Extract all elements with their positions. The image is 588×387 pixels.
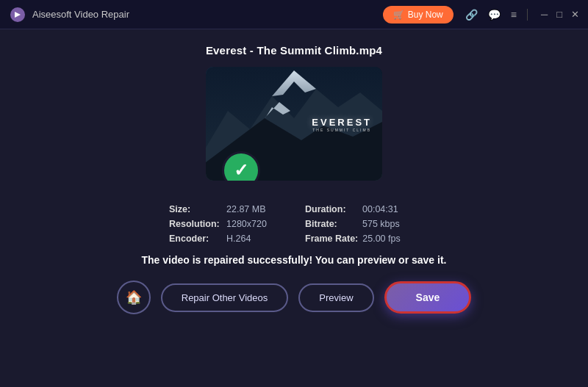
titlebar-divider	[527, 9, 528, 21]
maximize-button[interactable]: □	[556, 9, 562, 20]
everest-sub-text: THE SUMMIT CLIMB	[312, 127, 372, 131]
size-row: Size: 22.87 MB	[169, 204, 283, 214]
resolution-row: Resolution: 1280x720	[169, 219, 283, 229]
menu-icon[interactable]: ≡	[511, 9, 517, 21]
titlebar-right: 🛒 Buy Now 🔗 💬 ≡ ─ □ ✕	[383, 6, 579, 23]
main-content: Everest - The Summit Climb.mp4	[0, 29, 588, 387]
titlebar: Aiseesoft Video Repair 🛒 Buy Now 🔗 💬 ≡ ─…	[0, 0, 588, 29]
video-thumbnail: EVEREST THE SUMMIT CLIMB ✓	[206, 67, 382, 181]
save-button[interactable]: Save	[384, 281, 472, 314]
everest-overlay: EVEREST THE SUMMIT CLIMB	[312, 116, 372, 131]
framerate-label: Frame Rate:	[305, 234, 358, 244]
titlebar-icons: 🔗 💬 ≡	[465, 9, 517, 21]
duration-row: Duration: 00:04:31	[305, 204, 419, 214]
duration-value: 00:04:31	[362, 204, 398, 214]
size-value: 22.87 MB	[226, 204, 266, 214]
window-controls: ─ □ ✕	[541, 9, 579, 20]
encoder-value: H.264	[226, 234, 251, 244]
link-icon[interactable]: 🔗	[465, 9, 478, 21]
bitrate-value: 575 kbps	[362, 219, 400, 229]
app-logo	[9, 6, 26, 23]
titlebar-left: Aiseesoft Video Repair	[9, 6, 129, 23]
framerate-value: 25.00 fps	[362, 234, 400, 244]
resolution-value: 1280x720	[226, 219, 267, 229]
buy-now-button[interactable]: 🛒 Buy Now	[383, 6, 453, 23]
resolution-label: Resolution:	[169, 219, 222, 229]
preview-button[interactable]: Preview	[298, 283, 373, 312]
buy-now-label: Buy Now	[408, 10, 443, 20]
framerate-row: Frame Rate: 25.00 fps	[305, 234, 419, 244]
success-message: The video is repaired successfully! You …	[142, 254, 447, 266]
minimize-button[interactable]: ─	[541, 9, 548, 20]
bitrate-row: Bitrate: 575 kbps	[305, 219, 419, 229]
file-info-grid: Size: 22.87 MB Duration: 00:04:31 Resolu…	[169, 204, 419, 244]
home-button[interactable]: 🏠	[117, 281, 151, 314]
repair-others-button[interactable]: Repair Other Videos	[161, 283, 289, 312]
close-button[interactable]: ✕	[571, 9, 579, 20]
cart-icon: 🛒	[393, 10, 404, 20]
encoder-label: Encoder:	[169, 234, 222, 244]
everest-main-text: EVEREST	[312, 116, 372, 127]
encoder-row: Encoder: H.264	[169, 234, 283, 244]
video-filename: Everest - The Summit Climb.mp4	[206, 44, 382, 57]
size-label: Size:	[169, 204, 222, 214]
app-title: Aiseesoft Video Repair	[32, 9, 129, 20]
action-buttons: 🏠 Repair Other Videos Preview Save	[117, 281, 472, 314]
bitrate-label: Bitrate:	[305, 219, 358, 229]
duration-label: Duration:	[305, 204, 358, 214]
chat-icon[interactable]: 💬	[488, 9, 501, 21]
home-icon: 🏠	[126, 289, 142, 305]
